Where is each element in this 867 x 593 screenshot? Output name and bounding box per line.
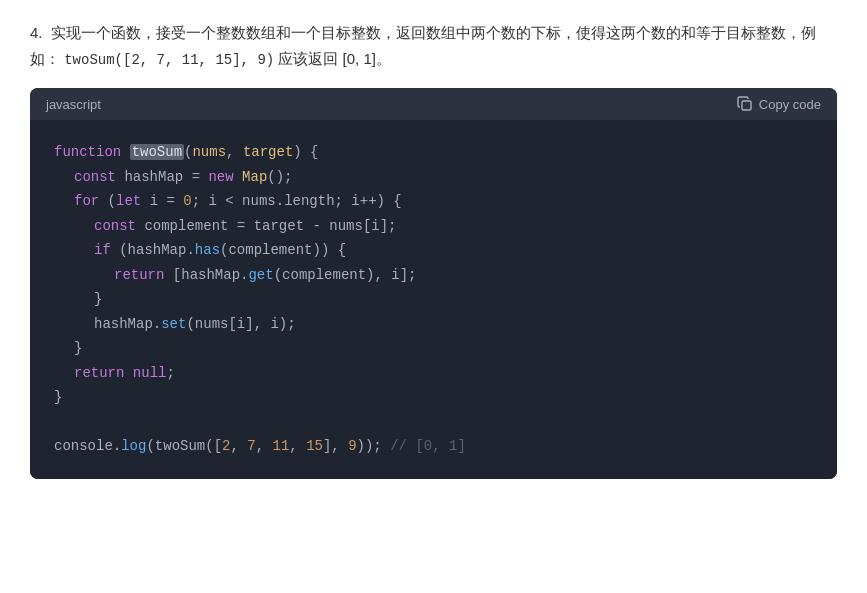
code-line-1: function twoSum(nums, target) {: [54, 140, 813, 165]
svg-rect-0: [742, 101, 751, 110]
copy-code-button[interactable]: Copy code: [737, 96, 821, 112]
code-block: javascript Copy code function twoSum(num…: [30, 88, 837, 479]
code-line-4: const complement = target - nums[i];: [54, 214, 813, 239]
description-block: 4. 实现一个函数，接受一个整数数组和一个目标整数，返回数组中两个数的下标，使得…: [30, 20, 837, 72]
code-header: javascript Copy code: [30, 88, 837, 120]
code-line-6: return [hashMap.get(complement), i];: [54, 263, 813, 288]
blank-line: [54, 410, 813, 435]
code-line-console: console.log(twoSum([2, 7, 11, 15], 9)); …: [54, 434, 813, 459]
code-line-2: const hashMap = new Map();: [54, 165, 813, 190]
code-area: function twoSum(nums, target) { const ha…: [54, 140, 813, 459]
code-body: function twoSum(nums, target) { const ha…: [30, 120, 837, 479]
code-line-3: for (let i = 0; i < nums.length; i++) {: [54, 189, 813, 214]
code-line-5: if (hashMap.has(complement)) {: [54, 238, 813, 263]
code-lang-label: javascript: [46, 97, 101, 112]
code-line-10: return null;: [54, 361, 813, 386]
code-line-8: hashMap.set(nums[i], i);: [54, 312, 813, 337]
code-line-7: }: [54, 287, 813, 312]
copy-icon: [737, 96, 753, 112]
copy-label: Copy code: [759, 97, 821, 112]
code-line-9: }: [54, 336, 813, 361]
code-line-11: }: [54, 385, 813, 410]
description-text: 4. 实现一个函数，接受一个整数数组和一个目标整数，返回数组中两个数的下标，使得…: [30, 20, 837, 72]
